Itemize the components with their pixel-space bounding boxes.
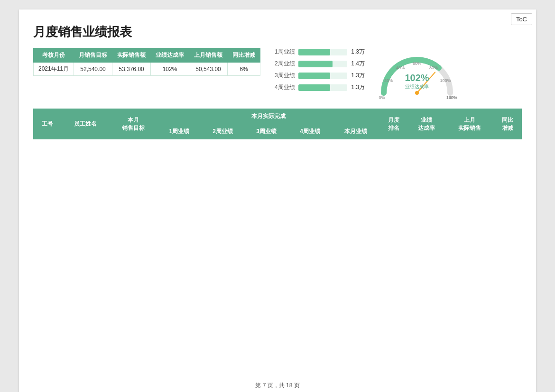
- th-week1: 1周业绩: [157, 124, 201, 139]
- weekly-bar-track: [298, 49, 347, 55]
- cell-target: 52,540.00: [74, 63, 112, 76]
- svg-text:140%: 140%: [446, 95, 457, 100]
- weekly-bar-fill: [298, 73, 330, 79]
- weekly-bar-fill: [298, 61, 333, 67]
- weekly-bar-value: 1.3万: [351, 72, 365, 80]
- report-page: ToC 月度销售业绩报表 考核月份 月销售目标 实际销售额 业绩达成率 上月销售…: [19, 9, 536, 392]
- weekly-bar-row-2: 2周业绩 1.4万: [275, 60, 365, 68]
- cell-month: 2021年11月: [34, 63, 74, 76]
- page-title: 月度销售业绩报表: [33, 24, 522, 40]
- th-week3: 3周业绩: [245, 124, 288, 139]
- gauge-label: 业绩达成率: [405, 83, 429, 90]
- svg-text:0%: 0%: [379, 95, 385, 100]
- th-target: 月销售目标: [74, 48, 112, 63]
- weekly-bar-row-1: 1周业绩 1.3万: [275, 48, 365, 56]
- weekly-bar-label: 3周业绩: [275, 72, 295, 80]
- svg-text:80%: 80%: [429, 65, 438, 70]
- svg-text:20%: 20%: [384, 78, 393, 83]
- th-employee-id: 工号: [34, 109, 62, 139]
- th-actual: 实际销售额: [112, 48, 151, 63]
- th-last-month-sales: 上月实际销售: [445, 109, 493, 139]
- weekly-bar-label: 2周业绩: [275, 60, 295, 68]
- weekly-bars: 1周业绩 1.3万 2周业绩 1.4万 3周业绩 1.3万 4周业绩 1.3万: [270, 48, 365, 100]
- summary-row: 2021年11月 52,540.00 53,376.00 102% 50,543…: [34, 63, 260, 76]
- main-table: 工号 员工姓名 本月销售目标 本月实际完成 月度排名 业绩达成率 上月实际销售 …: [33, 109, 522, 139]
- th-monthly-target: 本月销售目标: [110, 109, 157, 139]
- cell-actual: 53,376.00: [112, 63, 151, 76]
- weekly-bar-track: [298, 61, 347, 67]
- svg-text:100%: 100%: [440, 78, 451, 83]
- th-week4: 4周业绩: [288, 124, 332, 139]
- summary-table-wrap: 考核月份 月销售目标 实际销售额 业绩达成率 上月销售额 同比增减 2021年1…: [33, 48, 260, 100]
- svg-point-1: [415, 91, 419, 95]
- th-rate: 业绩达成率: [151, 48, 189, 63]
- gauge-center-text: 102% 业绩达成率: [405, 73, 429, 90]
- empty-area: [33, 139, 522, 386]
- th-yoy: 同比增减: [228, 48, 260, 63]
- weekly-bar-label: 1周业绩: [275, 48, 295, 56]
- cell-rate: 102%: [151, 63, 189, 76]
- cell-yoy: 6%: [228, 63, 260, 76]
- svg-text:60%: 60%: [413, 61, 421, 66]
- th-monthly-rank: 月度排名: [380, 109, 408, 139]
- th-employee-name: 员工姓名: [61, 109, 109, 139]
- weekly-bar-track: [298, 73, 347, 79]
- weekly-bar-fill: [298, 49, 330, 55]
- top-section: 考核月份 月销售目标 实际销售额 业绩达成率 上月销售额 同比增减 2021年1…: [33, 48, 522, 100]
- page-footer: 第 7 页，共 18 页: [19, 382, 536, 390]
- th-month: 考核月份: [34, 48, 74, 63]
- weekly-bar-row-3: 3周业绩 1.3万: [275, 72, 365, 80]
- weekly-bar-value: 1.3万: [351, 83, 365, 91]
- weekly-bar-value: 1.3万: [351, 48, 365, 56]
- th-monthly-actual-group: 本月实际完成: [157, 109, 380, 124]
- gauge-wrap: 0% 20% 40% 60% 80% 100% 120% 140% 102% 业…: [374, 48, 460, 100]
- cell-last-month: 50,543.00: [189, 63, 228, 76]
- weekly-bar-fill: [298, 84, 330, 91]
- th-achievement-rate: 业绩达成率: [407, 109, 445, 139]
- toc-button[interactable]: ToC: [511, 13, 532, 25]
- weekly-bar-value: 1.4万: [351, 60, 365, 68]
- summary-table: 考核月份 月销售目标 实际销售额 业绩达成率 上月销售额 同比增减 2021年1…: [33, 48, 260, 76]
- th-monthly-total: 本月业绩: [332, 124, 379, 139]
- th-week2: 2周业绩: [201, 124, 245, 139]
- gauge-percent: 102%: [405, 73, 429, 83]
- weekly-bar-label: 4周业绩: [275, 83, 295, 91]
- th-last-month: 上月销售额: [189, 48, 228, 63]
- main-table-header-row1: 工号 员工姓名 本月销售目标 本月实际完成 月度排名 业绩达成率 上月实际销售 …: [34, 109, 522, 124]
- weekly-bar-track: [298, 84, 347, 91]
- svg-text:40%: 40%: [396, 65, 405, 70]
- weekly-bar-row-4: 4周业绩 1.3万: [275, 83, 365, 91]
- th-yoy-change: 同比增减: [494, 109, 522, 139]
